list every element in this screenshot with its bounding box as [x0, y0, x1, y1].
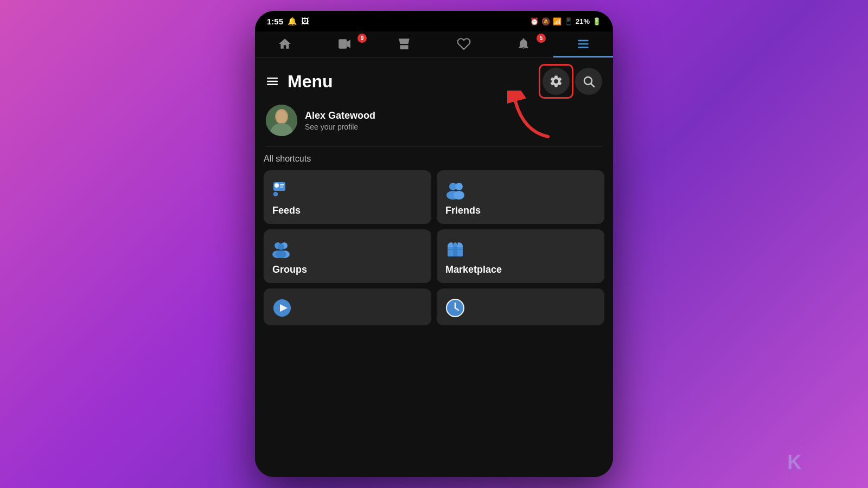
shortcuts-label: All shortcuts [264, 154, 604, 164]
watermark-letter: K [787, 451, 802, 473]
hamburger-nav-icon [576, 37, 590, 51]
svg-point-20 [275, 193, 277, 195]
nav-item-favorites[interactable] [434, 31, 494, 57]
battery-icon: 🔋 [592, 17, 601, 25]
watermark-dots: · · · [787, 444, 803, 450]
nav-item-notifications[interactable]: 5 [494, 31, 553, 57]
svg-rect-0 [339, 39, 347, 48]
settings-button[interactable] [542, 68, 570, 95]
marketplace-nav-icon [397, 37, 411, 51]
search-button[interactable] [575, 68, 602, 95]
bell-icon [516, 37, 531, 51]
svg-rect-18 [280, 187, 283, 188]
notification-status-icon: 🔔 [288, 17, 297, 25]
nav-bar: 9 5 [255, 31, 613, 58]
svg-rect-2 [578, 40, 589, 41]
groups-icon [272, 239, 292, 259]
video2-icon [272, 298, 292, 318]
svg-point-27 [278, 243, 284, 250]
alarm-icon: ⏰ [530, 17, 539, 25]
svg-rect-4 [578, 47, 589, 48]
nav-item-marketplace[interactable] [374, 31, 434, 57]
profile-name: Alex Gatewood [305, 110, 375, 121]
menu-header: Menu [255, 58, 613, 101]
svg-rect-7 [267, 84, 278, 86]
image-status-icon: 🖼 [301, 17, 309, 25]
hamburger-icon[interactable] [266, 75, 279, 88]
nav-item-menu[interactable] [553, 31, 613, 57]
status-bar: 1:55 🔔 🖼 ⏰ 🔕 📶 📱 21% 🔋 [255, 11, 613, 31]
feeds-icon [272, 180, 292, 200]
wifi-icon: 📶 [553, 17, 561, 25]
search-icon [582, 75, 595, 88]
profile-row[interactable]: Alex Gatewood See your profile [255, 101, 613, 146]
friends-icon [445, 180, 465, 200]
svg-line-9 [591, 84, 595, 87]
watermark: · · · K [787, 444, 803, 474]
avatar [266, 105, 297, 136]
signal-icon: 📱 [564, 17, 573, 25]
groups-label: Groups [272, 264, 423, 275]
marketplace-icon [445, 239, 465, 259]
battery-percentage: 21% [576, 17, 590, 25]
video-icon [337, 37, 352, 51]
svg-rect-6 [267, 81, 278, 82]
shortcut-video[interactable] [264, 288, 431, 325]
home-icon [278, 37, 292, 51]
svg-point-24 [454, 191, 464, 200]
profile-sub-label: See your profile [305, 123, 375, 131]
recent-icon [445, 298, 465, 318]
video-badge: 9 [358, 34, 367, 43]
main-content: Menu [255, 58, 613, 477]
shortcut-recent[interactable] [437, 288, 604, 325]
feeds-label: Feeds [272, 205, 423, 216]
gear-icon [549, 74, 563, 88]
phone-frame: 1:55 🔔 🖼 ⏰ 🔕 📶 📱 21% 🔋 [255, 11, 613, 477]
silent-icon: 🔕 [541, 17, 550, 25]
svg-rect-3 [578, 43, 589, 45]
svg-marker-1 [347, 40, 350, 48]
svg-point-16 [275, 183, 279, 188]
svg-point-30 [276, 251, 286, 258]
marketplace-label: Marketplace [445, 264, 596, 275]
shortcuts-grid: Feeds Friends [264, 170, 604, 325]
svg-rect-17 [280, 184, 284, 185]
shortcut-marketplace[interactable]: Marketplace [437, 229, 604, 283]
heart-icon [457, 37, 471, 51]
nav-item-video[interactable]: 9 [315, 31, 374, 57]
svg-rect-33 [453, 247, 457, 256]
shortcut-groups[interactable]: Groups [264, 229, 431, 283]
shortcut-friends[interactable]: Friends [437, 170, 604, 224]
nav-item-home[interactable] [255, 31, 315, 57]
notifications-badge: 5 [537, 34, 546, 43]
svg-point-14 [276, 110, 287, 123]
menu-title: Menu [288, 72, 333, 92]
status-time: 1:55 [267, 17, 283, 26]
profile-info: Alex Gatewood See your profile [305, 110, 375, 131]
friends-label: Friends [445, 205, 596, 216]
shortcut-feeds[interactable]: Feeds [264, 170, 431, 224]
settings-button-wrapper [542, 68, 570, 95]
svg-rect-5 [267, 78, 278, 79]
svg-point-22 [455, 183, 463, 190]
shortcuts-section: All shortcuts Feeds [255, 146, 613, 331]
